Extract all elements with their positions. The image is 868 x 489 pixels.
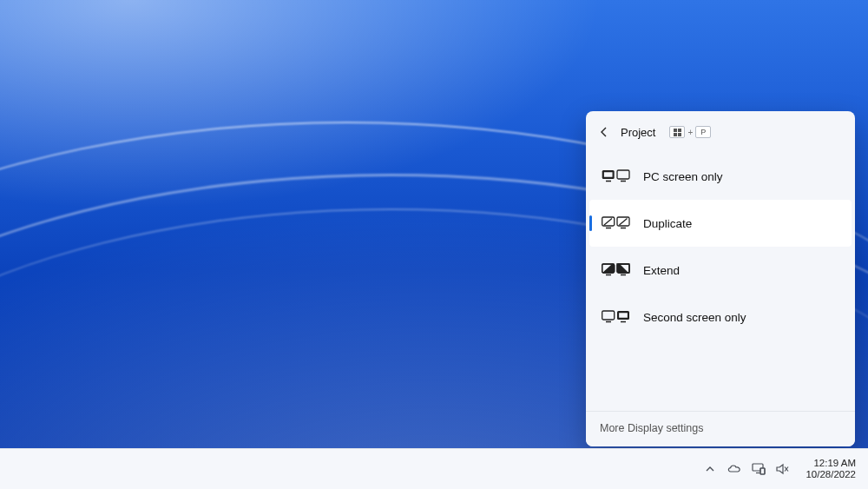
svg-rect-3: [678, 133, 681, 136]
svg-rect-5: [603, 172, 613, 178]
svg-rect-7: [617, 170, 629, 179]
svg-rect-26: [760, 468, 765, 474]
clock-date: 10/28/2022: [806, 469, 856, 480]
back-icon[interactable]: [598, 126, 610, 138]
option-duplicate[interactable]: Duplicate: [589, 200, 852, 247]
system-tray: 12:19 AM 10/28/2022: [703, 458, 861, 480]
shortcut-plus: +: [687, 128, 693, 137]
option-label: Second screen only: [643, 311, 746, 324]
p-key: P: [695, 126, 711, 138]
second-screen-only-icon: [602, 309, 631, 325]
taskbar: 12:19 AM 10/28/2022: [0, 448, 868, 489]
option-second-screen-only[interactable]: Second screen only: [586, 294, 855, 340]
option-label: PC screen only: [643, 170, 723, 183]
clock-time: 12:19 AM: [813, 458, 856, 469]
project-panel-title: Project: [621, 126, 655, 139]
option-label: Extend: [643, 264, 680, 277]
volume-muted-icon[interactable]: [776, 462, 790, 476]
more-display-settings-link[interactable]: More Display settings: [586, 411, 855, 446]
project-options-list: PC screen only Duplicate: [586, 148, 855, 411]
project-panel: Project + P: [586, 111, 855, 446]
option-extend[interactable]: Extend: [586, 247, 855, 294]
svg-rect-2: [674, 133, 677, 136]
svg-rect-0: [674, 129, 677, 132]
option-pc-screen-only[interactable]: PC screen only: [586, 153, 855, 200]
shortcut-hint: + P: [669, 126, 711, 138]
svg-rect-1: [678, 129, 681, 132]
pc-screen-only-icon: [602, 169, 631, 184]
project-panel-header: Project + P: [586, 111, 855, 148]
extend-icon: [602, 262, 631, 278]
tray-overflow-icon[interactable]: [703, 462, 717, 476]
svg-rect-22: [619, 313, 628, 319]
svg-rect-19: [602, 311, 615, 320]
win-key-icon: [669, 126, 685, 138]
display-project-icon[interactable]: [752, 462, 766, 476]
duplicate-icon: [602, 215, 631, 231]
taskbar-clock[interactable]: 12:19 AM 10/28/2022: [806, 458, 861, 480]
option-label: Duplicate: [643, 217, 692, 230]
footer-link-label: More Display settings: [600, 422, 704, 434]
onedrive-icon[interactable]: [727, 462, 741, 476]
